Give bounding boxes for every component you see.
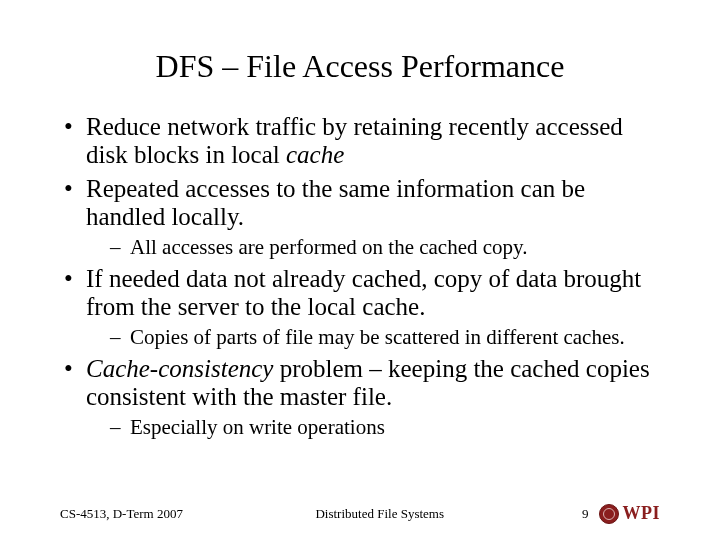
seal-icon: [599, 504, 619, 524]
bullet-italic: Cache-consistency: [86, 355, 273, 382]
bullet-text: Repeated accesses to the same informatio…: [86, 175, 585, 230]
footer-right: 9 WPI: [577, 503, 661, 524]
sub-list: Copies of parts of file may be scattered…: [86, 325, 660, 349]
bullet-list: Reduce network traffic by retaining rece…: [60, 113, 660, 439]
bullet-item: Reduce network traffic by retaining rece…: [60, 113, 660, 169]
sub-item: Copies of parts of file may be scattered…: [86, 325, 660, 349]
bullet-text: If needed data not already cached, copy …: [86, 265, 641, 320]
bullet-item: Repeated accesses to the same informatio…: [60, 175, 660, 259]
bullet-item: Cache-consistency problem – keeping the …: [60, 355, 660, 439]
sub-item: Especially on write operations: [86, 415, 660, 439]
bullet-text: Reduce network traffic by retaining rece…: [86, 113, 623, 168]
sub-list: All accesses are performed on the cached…: [86, 235, 660, 259]
slide: DFS – File Access Performance Reduce net…: [0, 0, 720, 540]
logo-text: WPI: [623, 503, 661, 524]
footer: CS-4513, D-Term 2007 Distributed File Sy…: [0, 503, 720, 524]
slide-title: DFS – File Access Performance: [60, 48, 660, 85]
sub-list: Especially on write operations: [86, 415, 660, 439]
footer-center: Distributed File Systems: [183, 506, 577, 522]
bullet-item: If needed data not already cached, copy …: [60, 265, 660, 349]
bullet-italic: cache: [286, 141, 344, 168]
sub-item: All accesses are performed on the cached…: [86, 235, 660, 259]
footer-left: CS-4513, D-Term 2007: [60, 506, 183, 522]
page-number: 9: [577, 506, 589, 522]
wpi-logo: WPI: [599, 503, 661, 524]
